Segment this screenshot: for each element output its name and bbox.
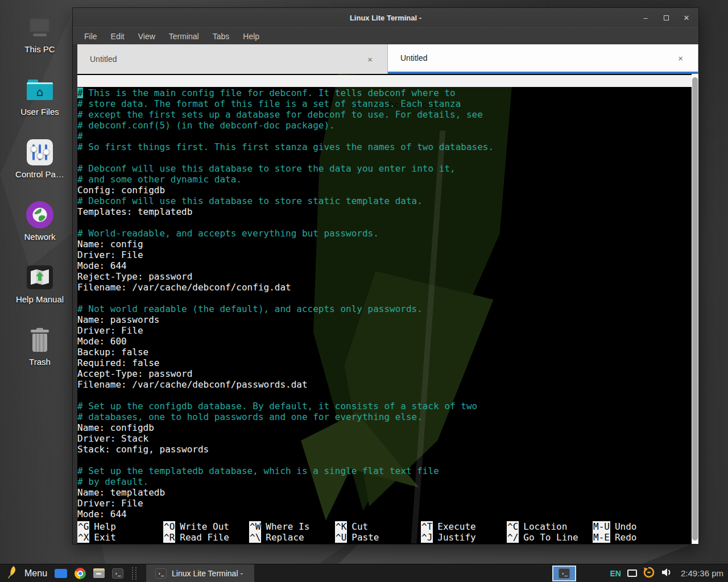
- trash-icon: [31, 324, 49, 356]
- updates-icon[interactable]: [643, 567, 655, 580]
- show-desktop-icon[interactable]: [55, 569, 67, 578]
- tab-label: Untitled: [77, 55, 367, 64]
- shortcut-key: ^X: [77, 532, 89, 543]
- desktop-icon-label: Network: [24, 232, 55, 242]
- shortcut-label: Undo: [615, 521, 637, 532]
- linuxlite-logo-icon[interactable]: [6, 566, 17, 581]
- nano-shortcut: ^/Go To Line: [507, 532, 578, 543]
- tab-close-icon[interactable]: ×: [678, 53, 698, 63]
- window-title: Linux Lite Terminal -: [73, 14, 698, 22]
- shortcut-key: ^U: [335, 532, 347, 543]
- terminal-icon: ›_: [155, 568, 167, 579]
- scrollbar[interactable]: [692, 74, 698, 544]
- editor-line: Name: templatedb: [77, 487, 692, 498]
- taskbar-window-button[interactable]: ›_ Linux Lite Terminal -: [146, 564, 254, 582]
- editor-line: Driver: File: [77, 498, 692, 509]
- editor-line: Filename: /var/cache/debconf/passwords.d…: [77, 379, 692, 390]
- desktop-icon-control-panel[interactable]: Control Pa…: [2, 136, 77, 199]
- shortcut-key: M-E: [593, 532, 610, 543]
- nano-shortcut-row: ^XExit^RRead File^\Replace^UPaste^JJusti…: [77, 532, 692, 543]
- shortcut-label: Redo: [615, 532, 637, 543]
- volume-icon[interactable]: [661, 567, 672, 580]
- nano-shortcut: ^GHelp: [77, 521, 116, 532]
- editor-line: # Set up the templatedb database, which …: [77, 465, 692, 476]
- folder-home-icon: ⌂: [27, 74, 53, 106]
- editor-line: #: [77, 131, 692, 142]
- nano-shortcut: ^JJustify: [421, 532, 476, 543]
- desktop-icon-trash[interactable]: Trash: [2, 324, 77, 386]
- panel-handle-icon[interactable]: [132, 567, 136, 580]
- terminal-launcher-icon[interactable]: ›_: [112, 568, 123, 579]
- menu-tabs[interactable]: Tabs: [213, 32, 230, 41]
- desktop-icon-network[interactable]: Network: [2, 199, 77, 261]
- tab-close-icon[interactable]: ×: [367, 55, 387, 64]
- shortcut-key: ^O: [163, 521, 175, 532]
- editor-line: Backup: false: [77, 347, 692, 357]
- system-tray: ›_ EN 2:49:36 pm: [552, 564, 728, 582]
- shortcut-label: Justify: [437, 532, 475, 543]
- menu-bar: FileEditViewTerminalTabsHelp: [73, 27, 698, 44]
- editor-line: # So first things first. This first stan…: [77, 142, 692, 152]
- file-manager-icon[interactable]: [93, 568, 105, 578]
- editor-line: # debconf.conf(5) (in the debconf-doc pa…: [77, 120, 692, 131]
- desktop: This PC⌂User FilesControl Pa…NetworkHelp…: [0, 0, 728, 582]
- window-titlebar[interactable]: Linux Lite Terminal - – ✕: [73, 8, 698, 27]
- keyboard-layout-indicator[interactable]: EN: [610, 569, 621, 578]
- close-icon[interactable]: ✕: [682, 14, 690, 22]
- editor-line: Templates: templatedb: [77, 206, 692, 217]
- menu-help[interactable]: Help: [243, 32, 259, 41]
- window-controls: – ✕: [642, 8, 690, 27]
- desktop-icon-user-files[interactable]: ⌂User Files: [2, 74, 77, 136]
- tab-1[interactable]: Untitled×: [77, 44, 388, 74]
- shortcut-key: M-U: [593, 521, 610, 532]
- editor-line: Driver: Stack: [77, 433, 692, 444]
- nano-shortcut: ^\Replace: [249, 532, 304, 543]
- shortcut-key: ^R: [163, 532, 175, 543]
- desktop-icon-label: Control Pa…: [15, 169, 64, 179]
- display-icon[interactable]: [627, 569, 637, 577]
- editor-line: Mode: 644: [77, 509, 692, 519]
- minimize-icon[interactable]: –: [642, 14, 650, 22]
- computer-icon: [30, 11, 50, 43]
- editor-line: # databases, one to hold passwords and o…: [77, 411, 692, 422]
- nano-shortcut: M-ERedo: [593, 532, 636, 543]
- editor-line: [77, 390, 692, 401]
- menu-file[interactable]: File: [84, 32, 97, 41]
- terminal-window: Linux Lite Terminal - – ✕ FileEditViewTe…: [73, 8, 698, 544]
- menu-view[interactable]: View: [138, 32, 155, 41]
- shortcut-key: ^W: [249, 521, 261, 532]
- editor-line: # World-readable, and accepts everything…: [77, 228, 692, 239]
- shortcut-key: ^T: [421, 521, 433, 532]
- active-window-preview[interactable]: ›_: [552, 566, 576, 581]
- nano-shortcut: ^WWhere Is: [249, 521, 309, 532]
- editor-line: # Debconf will use this database to stor…: [77, 196, 692, 206]
- menu-terminal[interactable]: Terminal: [169, 32, 199, 41]
- shortcut-label: Execute: [437, 521, 475, 532]
- nano-shortcut: ^UPaste: [335, 532, 379, 543]
- shortcut-key: ^/: [507, 532, 519, 543]
- desktop-icon-help-manual[interactable]: Help Manual: [2, 261, 77, 324]
- menu-button[interactable]: Menu: [24, 568, 47, 579]
- editor-line: Name: config: [77, 239, 692, 250]
- tab-2[interactable]: Untitled×: [388, 44, 698, 74]
- maximize-icon[interactable]: [662, 14, 670, 22]
- shortcut-key: ^K: [335, 521, 347, 532]
- shortcut-label: Where Is: [266, 521, 309, 532]
- tab-bar: Untitled×Untitled×: [77, 44, 698, 74]
- shortcut-label: Read File: [180, 532, 229, 543]
- desktop-icon-list: This PC⌂User FilesControl Pa…NetworkHelp…: [2, 11, 77, 386]
- desktop-icon-this-pc[interactable]: This PC: [2, 11, 77, 74]
- editor-line: Required: false: [77, 357, 692, 368]
- clock[interactable]: 2:49:36 pm: [679, 568, 723, 578]
- menu-edit[interactable]: Edit: [111, 32, 125, 41]
- editor-line: Filename: /var/cache/debconf/config.dat: [77, 282, 692, 293]
- editor-line: # store data. The format of this file is…: [77, 98, 692, 109]
- editor-line: [77, 455, 692, 465]
- desktop-icon-label: Help Manual: [16, 294, 64, 304]
- editor-line: [77, 152, 692, 163]
- shortcut-label: Write Out: [180, 521, 229, 532]
- shortcut-label: Exit: [94, 532, 116, 543]
- terminal-screen[interactable]: GNU nano 7.2 /etc/debconf.conf # This is…: [77, 74, 698, 544]
- scrollbar-thumb[interactable]: [692, 77, 698, 541]
- chrome-icon[interactable]: [75, 568, 86, 579]
